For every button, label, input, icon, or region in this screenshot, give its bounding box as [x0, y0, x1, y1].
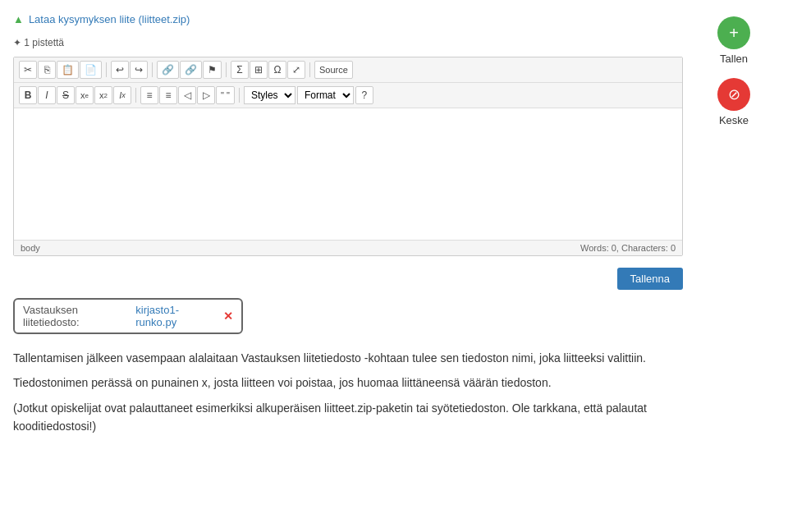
separator4 — [309, 62, 310, 77]
resize-button[interactable]: ⤢ — [287, 61, 305, 79]
unlink-button[interactable]: 🔗 — [180, 61, 202, 79]
flag-button[interactable]: ⚑ — [203, 61, 222, 79]
tallenna-sidebar-button[interactable]: + Tallen — [717, 16, 750, 65]
table-button[interactable]: ⊞ — [250, 61, 268, 79]
upload-icon: ▲ — [13, 13, 24, 25]
toolbar-row1: ✂ ⎘ 📋 📄 ↩ ↪ 🔗 🔗 ⚑ Σ — [14, 57, 682, 83]
word-count: Words: 0, Characters: 0 — [580, 243, 676, 253]
copy-button[interactable]: ⎘ — [38, 61, 56, 79]
format-group: B I S xe x2 Ix — [19, 86, 131, 104]
points-label: ✦ 1 pistettä — [13, 35, 683, 48]
link-button[interactable]: 🔗 — [157, 61, 179, 79]
strikethrough-button[interactable]: S — [57, 86, 75, 104]
undo-redo-group: ↩ ↪ — [111, 61, 148, 79]
edit-buttons: ✂ ⎘ 📋 📄 — [19, 61, 102, 79]
link-group: 🔗 🔗 ⚑ — [157, 61, 222, 79]
keskeyta-label: Keske — [719, 114, 749, 126]
save-button-row: Tallenna — [13, 268, 683, 290]
attachment-row: Vastauksen liitetiedosto: kirjasto1-runk… — [13, 298, 243, 334]
remove-format-button[interactable]: Ix — [113, 86, 131, 104]
help-button[interactable]: ? — [355, 86, 373, 104]
toolbar-row2: B I S xe x2 Ix ≡ ≡ ◁ ▷ " " Styles — [14, 83, 682, 108]
sigma-button[interactable]: Σ — [231, 61, 249, 79]
keskeyta-sidebar-button[interactable]: ⊘ Keske — [717, 78, 750, 126]
blockquote-button[interactable]: " " — [216, 86, 235, 104]
description-section: Tallentamisen jälkeen vasempaan alalaita… — [13, 349, 683, 436]
separator6 — [239, 88, 240, 103]
subscript-button[interactable]: xe — [76, 86, 94, 104]
unordered-list-button[interactable]: ≡ — [159, 86, 177, 104]
paste-button[interactable]: 📋 — [57, 61, 79, 79]
format-select[interactable]: Format — [297, 86, 354, 104]
attachment-label: Vastauksen liitetiedosto: — [23, 304, 131, 328]
omega-button[interactable]: Ω — [268, 61, 286, 79]
indent-more-button[interactable]: ▷ — [197, 86, 215, 104]
indent-less-button[interactable]: ◁ — [178, 86, 196, 104]
cut-button[interactable]: ✂ — [19, 61, 37, 79]
attachment-filename: kirjasto1-runko.py — [135, 304, 215, 328]
paste-text-button[interactable]: 📄 — [80, 61, 102, 79]
superscript-button[interactable]: x2 — [94, 86, 112, 104]
bold-button[interactable]: B — [19, 86, 37, 104]
styles-select[interactable]: Styles — [244, 86, 296, 104]
list-group: ≡ ≡ ◁ ▷ " " — [140, 86, 235, 104]
description-para3: (Jotkut opiskelijat ovat palauttaneet es… — [13, 399, 683, 436]
upload-link[interactable]: Lataa kysymyksen liite (liitteet.zip) — [29, 13, 190, 25]
separator3 — [226, 62, 227, 77]
italic-button[interactable]: I — [38, 86, 56, 104]
editor-wrapper: ✂ ⎘ 📋 📄 ↩ ↪ 🔗 🔗 ⚑ Σ — [13, 57, 683, 256]
separator5 — [135, 88, 136, 103]
insert-group: Σ ⊞ Ω ⤢ — [231, 61, 305, 79]
description-para2: Tiedostonimen perässä on punainen x, jos… — [13, 374, 683, 392]
tallenna-label: Tallen — [720, 53, 748, 65]
source-button[interactable]: Source — [314, 61, 353, 79]
description-para1: Tallentamisen jälkeen vasempaan alalaita… — [13, 349, 683, 367]
keskeyta-icon: ⊘ — [717, 78, 750, 111]
remove-attachment-button[interactable]: ✕ — [223, 310, 233, 323]
editor-tag: body — [21, 243, 40, 253]
tallenna-button[interactable]: Tallenna — [617, 268, 683, 290]
upload-link-row: ▲ Lataa kysymyksen liite (liitteet.zip) — [13, 13, 683, 25]
redo-button[interactable]: ↪ — [130, 61, 148, 79]
sidebar: + Tallen ⊘ Keske — [693, 13, 775, 519]
ordered-list-button[interactable]: ≡ — [140, 86, 158, 104]
separator2 — [152, 62, 153, 77]
undo-button[interactable]: ↩ — [111, 61, 129, 79]
tallenna-icon: + — [717, 16, 750, 49]
editor-body[interactable] — [14, 108, 682, 240]
separator1 — [106, 62, 107, 77]
editor-footer: body Words: 0, Characters: 0 — [14, 240, 682, 255]
